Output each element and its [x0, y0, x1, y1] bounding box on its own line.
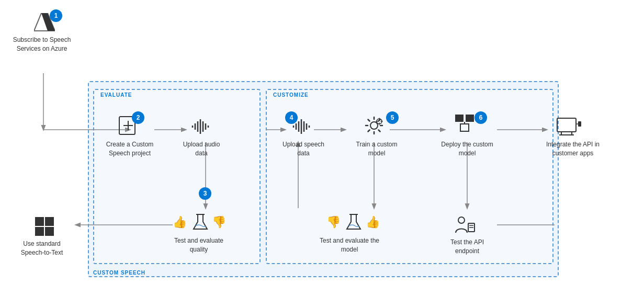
- gear-icon-svg: [363, 114, 386, 137]
- step-label-7: Test the API endpoint: [441, 238, 493, 256]
- svg-rect-48: [578, 121, 581, 127]
- thumb-down-model: 👎: [325, 214, 341, 230]
- integrate-icon-svg: [556, 114, 582, 137]
- integrate-api-icon: [555, 112, 583, 139]
- deploy-icon-svg: [453, 112, 476, 135]
- svg-rect-44: [557, 118, 576, 132]
- flask-model-svg: [346, 213, 361, 232]
- step-circle-5: 5: [386, 111, 399, 124]
- step-label-8: Integrate the API in customer apps: [544, 140, 602, 158]
- step-circle-1: 1: [50, 9, 62, 22]
- thumb-down-quality: 👎: [211, 214, 227, 230]
- custom-speech-label: CUSTOM SPEECH: [93, 270, 145, 276]
- thumb-down-icon-model: 👎: [326, 215, 341, 229]
- step-circle-4: 4: [285, 111, 298, 124]
- step-label-6: Deploy the custom model: [441, 140, 493, 158]
- flask-icon-svg: [193, 213, 208, 232]
- step-label-9: Test and evaluate the model: [318, 236, 381, 254]
- step-circle-6: 6: [474, 111, 487, 124]
- svg-point-33: [370, 122, 378, 129]
- audio-upload-label: Upload audiodata: [180, 140, 222, 158]
- train-model-icon: [361, 112, 387, 139]
- svg-rect-37: [460, 124, 469, 131]
- standard-speech-icon: [31, 213, 58, 240]
- step-label-3: Test and evaluate quality: [165, 236, 233, 254]
- step-label-10: Use standard Speech-to-Text: [13, 240, 71, 257]
- svg-rect-51: [35, 217, 44, 226]
- api-test-svg: [454, 214, 476, 236]
- thumb-up-quality: 👍: [172, 214, 187, 230]
- thumb-down-icon-quality: 👎: [212, 215, 226, 229]
- test-api-icon: [451, 212, 478, 238]
- diagram-container: CUSTOM SPEECH EVALUATE CUSTOMIZE: [0, 0, 644, 296]
- step-circle-2: 2: [132, 111, 144, 124]
- evaluate-label: EVALUATE: [100, 92, 132, 98]
- windows-icon-svg: [34, 216, 55, 237]
- step-circle-3: 3: [199, 187, 211, 200]
- audio-upload-icon: [188, 112, 214, 139]
- deploy-model-icon: [451, 111, 478, 137]
- test-model-icon: [344, 213, 363, 232]
- step-label-4: Upload speech data: [280, 140, 327, 158]
- svg-point-40: [458, 217, 465, 223]
- step-label-1: Subscribe to Speech Services on Azure: [8, 36, 76, 53]
- thumb-up-model: 👍: [365, 214, 380, 230]
- svg-rect-53: [35, 227, 44, 236]
- test-quality-icon: [191, 213, 209, 232]
- step-label-2: Create a Custom Speech project: [104, 140, 156, 158]
- thumb-up-icon-model: 👍: [366, 215, 380, 229]
- audio-icon-svg: [190, 115, 212, 136]
- customize-label: CUSTOMIZE: [273, 92, 309, 98]
- svg-rect-54: [45, 227, 54, 236]
- svg-rect-36: [466, 115, 474, 122]
- thumb-up-icon: 👍: [173, 215, 187, 229]
- step-label-5: Train a custom model: [351, 140, 403, 158]
- svg-rect-52: [45, 217, 54, 226]
